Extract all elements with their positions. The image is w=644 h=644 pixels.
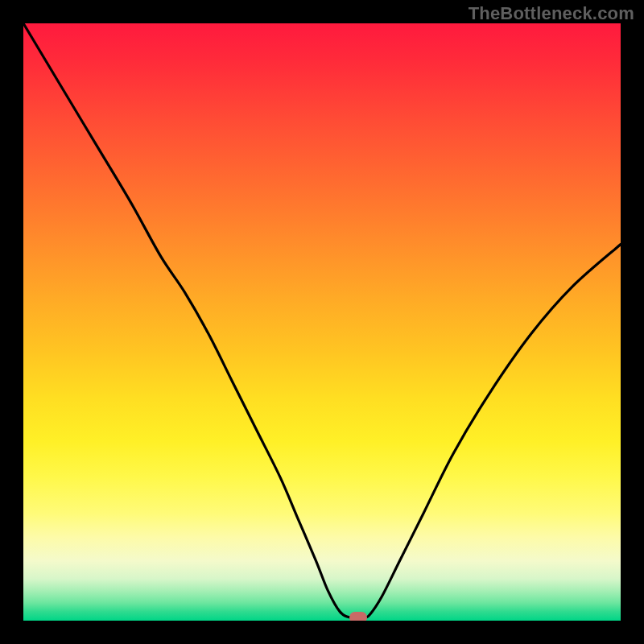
optimum-marker	[349, 612, 367, 621]
chart-frame: TheBottleneck.com	[0, 0, 644, 644]
bottleneck-curve	[23, 23, 621, 621]
plot-area	[23, 23, 621, 621]
attribution-label: TheBottleneck.com	[469, 3, 634, 24]
